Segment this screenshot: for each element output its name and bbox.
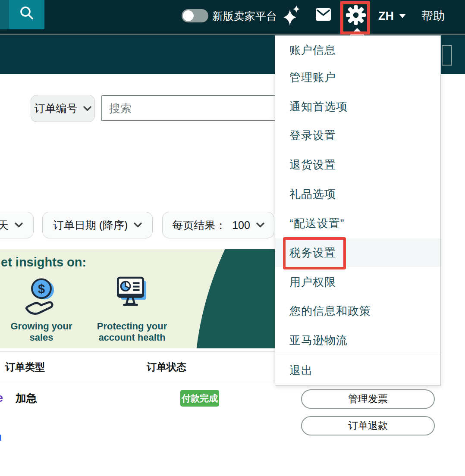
nav-left-strip xyxy=(0,0,9,29)
order-type-cell: 加急 xyxy=(16,391,37,405)
insights-banner: et insights on: $ Growing your sales xyxy=(0,249,280,348)
svg-text:$: $ xyxy=(38,282,45,296)
menu-item-fba[interactable]: 亚马逊物流 xyxy=(275,326,440,354)
date-range-dropdown[interactable]: 天 xyxy=(0,212,34,238)
menu-item-user-permissions[interactable]: 用户权限 xyxy=(275,268,440,296)
sparkle-ai-icon[interactable] xyxy=(281,4,302,28)
help-link[interactable]: 帮助 xyxy=(421,9,445,23)
menu-item-shipping-settings[interactable]: “配送设置” xyxy=(275,209,440,238)
hidden-nav-searchbox-fragment xyxy=(442,45,452,66)
chevron-down-icon xyxy=(256,222,264,228)
seller-central-page: 新版卖家平台 xyxy=(0,0,465,476)
banner-item-label: Growing your sales xyxy=(3,321,79,343)
global-search-button[interactable] xyxy=(9,0,44,29)
sort-order-dropdown[interactable]: 订单日期 (降序) xyxy=(42,212,153,238)
status-badge: 付款完成 xyxy=(180,390,219,407)
menu-item-manage-account[interactable]: 管理账户 xyxy=(275,63,440,91)
order-refund-button[interactable]: 订单退款 xyxy=(301,416,435,435)
chevron-down-icon xyxy=(15,222,23,228)
annotation-box-tax-settings xyxy=(283,237,346,269)
sort-order-label: 订单日期 (降序) xyxy=(53,218,128,232)
language-code: ZH xyxy=(378,9,394,23)
date-range-label: 天 xyxy=(0,218,9,232)
results-per-page-value: 100 xyxy=(232,219,250,232)
monitor-health-icon xyxy=(114,311,150,319)
nav-divider xyxy=(0,34,465,35)
new-seller-platform-toggle[interactable] xyxy=(182,9,208,22)
banner-heading: et insights on: xyxy=(1,255,86,269)
table-divider xyxy=(0,381,275,381)
results-per-page-label: 每页结果： xyxy=(172,218,226,232)
annotation-box-gear xyxy=(340,1,370,34)
order-search-input[interactable] xyxy=(101,95,278,121)
search-field-selector[interactable]: 订单编号 xyxy=(31,95,95,122)
table-divider xyxy=(0,351,275,352)
menu-item-return-settings[interactable]: 退货设置 xyxy=(275,150,440,179)
chevron-down-icon xyxy=(399,14,406,18)
column-header-order-status: 订单状态 xyxy=(147,360,186,374)
settings-dropdown-menu: 账户信息 管理账户 通知首选项 登录设置 退货设置 礼品选项 “配送设置” 税务… xyxy=(275,35,441,385)
language-selector[interactable]: ZH xyxy=(378,9,406,23)
banner-item-account-health: Protecting your account health xyxy=(91,274,173,343)
messages-envelope-icon[interactable] xyxy=(315,7,331,23)
toggle-label: 新版卖家平台 xyxy=(212,9,281,22)
menu-item-gift-options[interactable]: 礼品选项 xyxy=(275,180,440,208)
manage-invoice-button[interactable]: 管理发票 xyxy=(301,389,435,409)
menu-item-account-info[interactable]: 账户信息 xyxy=(275,36,440,64)
menu-item-logout[interactable]: 退出 xyxy=(275,356,440,385)
truncated-order-link[interactable]: e xyxy=(0,391,3,405)
top-nav-bar: 新版卖家平台 xyxy=(0,0,465,34)
menu-item-notification-prefs[interactable]: 通知首选项 xyxy=(275,92,440,121)
selector-label: 订单编号 xyxy=(35,101,78,116)
column-header-order-type: 订单类型 xyxy=(5,360,45,374)
banner-decorative-circle xyxy=(194,249,280,348)
menu-item-login-settings[interactable]: 登录设置 xyxy=(275,121,440,150)
menu-divider xyxy=(275,355,440,355)
truncated-bottom-element xyxy=(0,435,1,441)
banner-item-growing-sales: $ Growing your sales xyxy=(3,274,79,343)
chevron-down-icon xyxy=(134,222,142,228)
coin-hand-icon: $ xyxy=(22,311,61,319)
results-per-page-dropdown[interactable]: 每页结果： 100 xyxy=(162,212,274,238)
magnifier-icon xyxy=(19,6,35,24)
toggle-knob xyxy=(183,10,194,21)
menu-item-your-info-policies[interactable]: 您的信息和政策 xyxy=(275,297,440,325)
banner-item-label: Protecting your account health xyxy=(91,321,173,343)
chevron-down-icon xyxy=(83,106,91,111)
